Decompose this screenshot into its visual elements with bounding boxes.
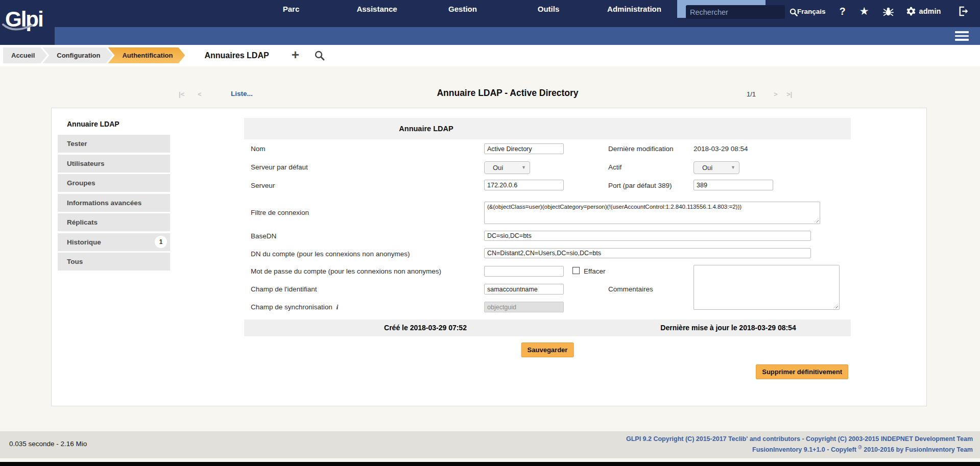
glpi-logo-swoosh [2,22,38,34]
sidebar-item-tous[interactable]: Tous [58,253,170,271]
dn-compte-label: DN du compte (pour les connexions non an… [251,250,410,258]
sidebar-item-groupes[interactable]: Groupes [58,174,170,192]
hamburger-menu-icon[interactable] [955,31,969,41]
search-icon[interactable] [790,8,798,16]
copyright-line-1: GLPI 9.2 Copyright (C) 2015-2017 Teclib'… [626,435,973,444]
form-header-title: Annuaire LDAP [244,118,608,139]
info-icon[interactable]: i [337,303,339,311]
breadcrumb-current-page: Annuaires LDAP [204,47,269,63]
nav-item-parc[interactable]: Parc [248,0,334,18]
mot-de-passe-input[interactable] [484,266,564,277]
nav-item-gestion[interactable]: Gestion [420,0,506,18]
champ-identifiant-input[interactable] [484,284,564,295]
copyleft-icon: © [858,444,862,452]
actif-select[interactable]: Oui ▼ [694,161,739,174]
bottom-black-bar [0,462,980,466]
commentaires-label: Commentaires [608,285,653,293]
actif-value: Oui [702,164,712,171]
copyright-text: GLPI 9.2 Copyright (C) 2015-2017 Teclib'… [626,435,973,454]
derniere-modification-value: 2018-03-29 08:54 [694,145,748,153]
glpi-logo[interactable]: Glpi [0,0,55,45]
sidebar-item-utilisateurs[interactable]: Utilisateurs [58,155,170,173]
sidebar-item-informations-avancees[interactable]: Informations avancées [58,194,170,212]
pagination-last-button[interactable]: >| [786,90,792,98]
add-item-icon[interactable]: + [292,47,299,63]
bottom-strip [0,458,980,462]
breadcrumb-accueil[interactable]: Accueil [3,47,47,63]
champ-synchronisation-label: Champ de synchronisation i [251,303,338,311]
performance-stats: 0.035 seconde - 2.16 Mio [9,440,87,448]
sidebar-item-annuaire-ldap[interactable]: Annuaire LDAP [58,116,170,132]
copyright-line-2: FusionInventory 9.1+1.0 - Copyleft © 201… [626,444,973,454]
basedn-label: BaseDN [251,232,276,240]
record-dates-bar: Créé le 2018-03-29 07:52 Dernière mise à… [244,320,851,336]
topbar-icons: Français ? ★ admin [797,0,969,22]
main-nav-bar [0,27,980,45]
delete-permanently-button[interactable]: Supprimer définitivement [756,364,848,379]
serveur-defaut-value: Oui [493,164,503,171]
derniere-modification-label: Dernière modification [608,145,674,153]
nom-input[interactable] [484,143,564,154]
basedn-input[interactable] [484,231,811,241]
historique-count-badge: 1 [155,236,167,248]
port-input[interactable] [694,180,773,190]
updated-date: Dernière mise à jour le 2018-03-29 08:54 [660,320,796,336]
breadcrumb-configuration[interactable]: Configuration [42,47,112,63]
page-content: |< < Liste... Annuaire LDAP - Active Dir… [0,66,980,431]
page-title: Annuaire LDAP - Active Directory [437,88,578,99]
list-link[interactable]: Liste... [231,90,253,97]
port-label: Port (par défaut 389) [608,182,672,189]
filtre-connexion-textarea[interactable]: (&(objectClass=user)(objectCategory=pers… [484,202,820,224]
global-search [686,5,785,19]
nom-label: Nom [251,145,266,153]
chevron-down-icon: ▼ [521,165,526,170]
effacer-checkbox[interactable] [572,267,580,274]
save-button[interactable]: Sauvegarder [521,342,574,357]
breadcrumb-authentification[interactable]: Authentification [108,47,185,63]
serveur-defaut-select[interactable]: Oui ▼ [484,161,530,174]
chevron-down-icon: ▼ [731,165,735,170]
mot-de-passe-label: Mot de passe du compte (pour les connexi… [251,267,441,275]
breadcrumb: Accueil Configuration Authentification A… [3,47,325,63]
help-icon[interactable]: ? [840,6,846,17]
pagination-first-button[interactable]: |< [179,90,184,98]
champ-identifiant-label: Champ de l'identifiant [251,285,317,293]
nav-item-administration[interactable]: Administration [591,0,677,18]
pagination-prev-button[interactable]: < [198,90,202,98]
search-input[interactable] [686,8,790,16]
bug-report-icon[interactable] [883,6,894,17]
pagination-count: 1/1 [747,90,756,98]
language-selector[interactable]: Français [797,8,826,15]
ldap-form: Annuaire LDAP Nom Dernière modification … [244,118,851,405]
effacer-label: Effacer [584,267,606,275]
settings-gear-icon[interactable] [906,6,916,16]
dn-compte-input[interactable] [484,248,811,258]
tabs-sidebar: Annuaire LDAP Tester Utilisateurs Groupe… [58,116,170,273]
main-panel: Annuaire LDAP Tester Utilisateurs Groupe… [51,108,927,406]
sidebar-item-replicats[interactable]: Réplicats [58,213,170,231]
breadcrumb-bar: Accueil Configuration Authentification A… [0,45,980,66]
page-footer: 0.035 seconde - 2.16 Mio GLPI 9.2 Copyri… [0,431,980,458]
champ-synchronisation-input [484,302,564,312]
nav-item-outils[interactable]: Outils [506,0,591,18]
breadcrumb-search-icon[interactable] [315,47,325,63]
pagination-next-button[interactable]: > [774,90,778,98]
user-menu[interactable]: admin [919,7,941,15]
sidebar-item-historique[interactable]: Historique 1 [58,233,170,251]
nav-item-assistance[interactable]: Assistance [334,0,420,18]
sidebar-item-label: Historique [67,238,101,246]
serveur-defaut-label: Serveur par défaut [251,163,308,171]
record-toolbar: |< < Liste... Annuaire LDAP - Active Dir… [51,87,928,102]
actif-label: Actif [608,163,622,171]
form-body: Nom Dernière modification 2018-03-29 08:… [244,139,851,405]
serveur-input[interactable] [484,180,564,190]
created-date: Créé le 2018-03-29 07:52 [384,320,467,336]
filtre-connexion-label: Filtre de connexion [251,209,309,216]
logout-icon[interactable] [958,6,969,16]
form-header: Annuaire LDAP [244,118,851,139]
serveur-label: Serveur [251,182,275,189]
sidebar-item-tester[interactable]: Tester [58,135,170,153]
bookmark-star-icon[interactable]: ★ [859,5,869,17]
commentaires-textarea[interactable] [694,265,840,310]
